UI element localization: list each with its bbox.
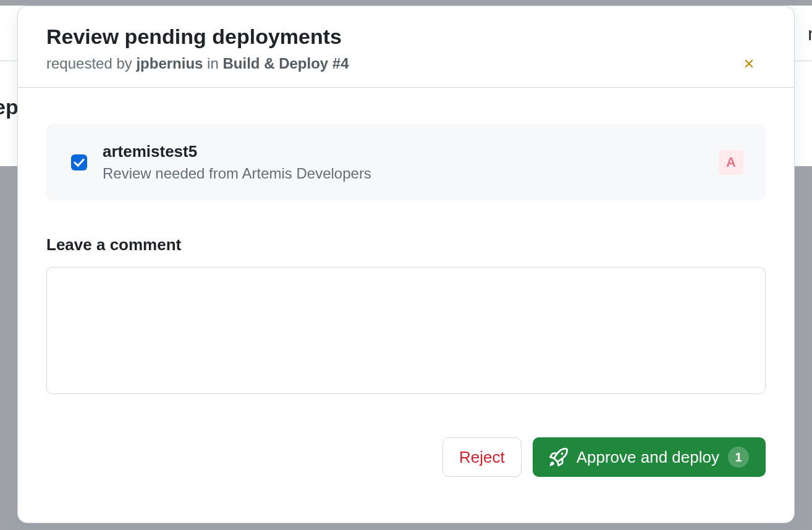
environment-text: artemistest5 Review needed from Artemis … <box>103 142 705 182</box>
review-needed-text: Review needed from <box>103 165 242 182</box>
close-icon <box>742 56 756 71</box>
dialog-title: Review pending deployments <box>46 25 766 49</box>
dialog-header: Review pending deployments requested by … <box>18 6 794 88</box>
reviewer-team: Artemis Developers <box>242 165 371 182</box>
subtitle-prefix: requested by <box>46 55 136 72</box>
subtitle-workflow: Build & Deploy #4 <box>222 55 349 72</box>
bg-heading-fragment: ep <box>0 95 19 119</box>
environment-checkbox[interactable] <box>71 154 87 170</box>
close-button[interactable] <box>738 53 759 74</box>
subtitle-user: jpbernius <box>136 55 203 72</box>
reject-label: Reject <box>459 448 505 467</box>
environment-card: artemistest5 Review needed from Artemis … <box>46 124 766 201</box>
approve-deploy-button[interactable]: Approve and deploy 1 <box>533 437 766 477</box>
environment-name: artemistest5 <box>103 142 705 161</box>
dialog-subtitle: requested by jpbernius in Build & Deploy… <box>46 55 766 72</box>
approve-label: Approve and deploy <box>577 448 719 467</box>
reject-button[interactable]: Reject <box>442 437 522 477</box>
dialog-body: artemistest5 Review needed from Artemis … <box>18 88 794 477</box>
org-avatar: A <box>719 150 743 175</box>
comment-label: Leave a comment <box>46 235 766 254</box>
rocket-icon <box>549 448 568 466</box>
comment-textarea[interactable] <box>46 267 766 394</box>
environment-review-line: Review needed from Artemis Developers <box>103 165 705 182</box>
subtitle-mid: in <box>203 55 222 72</box>
review-deployments-dialog: Review pending deployments requested by … <box>17 6 795 523</box>
bg-tab-fragment-right: n <box>808 23 812 44</box>
dialog-actions: Reject Approve and deploy 1 <box>46 437 766 477</box>
approve-count-badge: 1 <box>728 447 749 468</box>
org-avatar-letter: A <box>726 154 736 170</box>
